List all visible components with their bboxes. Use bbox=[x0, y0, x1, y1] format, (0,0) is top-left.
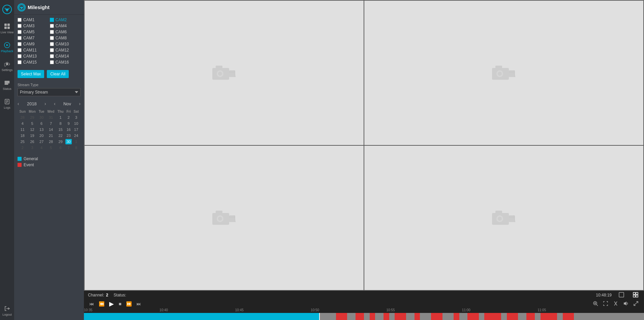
cal-day[interactable]: 30 bbox=[37, 115, 45, 120]
year-next-button[interactable]: › bbox=[44, 101, 46, 106]
camera-item-cam7[interactable]: CAM7 bbox=[18, 36, 49, 40]
cal-day[interactable]: 21 bbox=[46, 133, 56, 138]
camera-checkbox-cam11[interactable] bbox=[18, 48, 22, 52]
cal-day[interactable]: 19 bbox=[28, 133, 37, 138]
timeline-bar[interactable] bbox=[84, 313, 644, 320]
play-button[interactable]: ▶ bbox=[108, 299, 115, 308]
clear-all-button[interactable]: Clear All bbox=[47, 70, 69, 78]
cal-day[interactable]: 31 bbox=[46, 115, 56, 120]
camera-item-cam16[interactable]: CAM16 bbox=[50, 60, 81, 65]
camera-checkbox-cam7[interactable] bbox=[18, 36, 22, 40]
camera-checkbox-cam4[interactable] bbox=[50, 24, 54, 28]
cal-day[interactable]: 29 bbox=[56, 139, 65, 144]
camera-checkbox-cam9[interactable] bbox=[18, 42, 22, 46]
cal-day[interactable]: 20 bbox=[37, 133, 45, 138]
cal-day[interactable]: 10 bbox=[72, 121, 80, 126]
camera-item-cam11[interactable]: CAM11 bbox=[18, 48, 49, 52]
cal-day[interactable]: 9 bbox=[65, 121, 72, 126]
step-forward-button[interactable]: ⏩ bbox=[125, 300, 133, 307]
camera-checkbox-cam5[interactable] bbox=[18, 30, 22, 34]
cal-day[interactable]: 16 bbox=[65, 127, 72, 132]
sidebar-item-playback[interactable]: Playback bbox=[0, 38, 14, 57]
camera-checkbox-cam8[interactable] bbox=[50, 36, 54, 40]
camera-item-cam15[interactable]: CAM15 bbox=[18, 60, 49, 65]
cut-button[interactable] bbox=[612, 300, 620, 308]
sidebar-item-logout[interactable]: Logout bbox=[0, 301, 14, 320]
camera-item-cam8[interactable]: CAM8 bbox=[50, 36, 81, 40]
cal-day[interactable]: 4 bbox=[37, 145, 45, 150]
year-prev-button[interactable]: ‹ bbox=[18, 101, 19, 106]
timeline-container[interactable]: 10:35 10:40 10:45 10:50 10:55 11:00 11:0… bbox=[84, 308, 644, 320]
sidebar-item-live-view[interactable]: Live View bbox=[0, 19, 14, 38]
cal-day[interactable]: 22 bbox=[56, 133, 65, 138]
cal-day[interactable]: 28 bbox=[18, 115, 27, 120]
camera-item-cam5[interactable]: CAM5 bbox=[18, 30, 49, 34]
month-next-button[interactable]: › bbox=[79, 101, 81, 106]
cal-day[interactable]: 24 bbox=[72, 133, 80, 138]
cal-day[interactable]: 2 bbox=[18, 145, 27, 150]
cal-day[interactable]: 12 bbox=[28, 127, 37, 132]
step-back-button[interactable]: ⏪ bbox=[97, 300, 106, 307]
sidebar-item-settings[interactable]: Settings bbox=[0, 57, 14, 75]
zoom-in-timeline-button[interactable] bbox=[591, 300, 600, 308]
cal-day[interactable]: 18 bbox=[18, 133, 27, 138]
cal-day[interactable]: 7 bbox=[65, 145, 72, 150]
camera-item-cam14[interactable]: CAM14 bbox=[50, 54, 81, 59]
camera-checkbox-cam13[interactable] bbox=[18, 54, 22, 58]
cal-day[interactable]: 1 bbox=[72, 139, 80, 144]
cal-day[interactable]: 6 bbox=[56, 145, 65, 150]
camera-item-cam6[interactable]: CAM6 bbox=[50, 30, 81, 34]
camera-item-cam12[interactable]: CAM12 bbox=[50, 48, 81, 52]
camera-item-cam10[interactable]: CAM10 bbox=[50, 42, 81, 46]
grid-view-button[interactable] bbox=[631, 291, 640, 299]
cal-day[interactable]: 8 bbox=[72, 145, 80, 150]
cal-day[interactable]: 5 bbox=[28, 121, 37, 126]
cal-day[interactable]: 7 bbox=[46, 121, 56, 126]
cal-day[interactable]: 17 bbox=[72, 127, 80, 132]
camera-item-cam9[interactable]: CAM9 bbox=[18, 42, 49, 46]
skip-to-start-button[interactable]: ⏮ bbox=[88, 300, 95, 307]
single-view-button[interactable] bbox=[617, 291, 626, 299]
fullscreen-button[interactable] bbox=[602, 300, 610, 308]
camera-item-cam3[interactable]: CAM3 bbox=[18, 24, 49, 28]
camera-checkbox-cam12[interactable] bbox=[50, 48, 54, 52]
camera-item-cam2[interactable]: CAM2 bbox=[50, 17, 81, 22]
camera-item-cam4[interactable]: CAM4 bbox=[50, 24, 81, 28]
camera-checkbox-cam10[interactable] bbox=[50, 42, 54, 46]
cal-day[interactable]: 5 bbox=[46, 145, 56, 150]
camera-checkbox-cam15[interactable] bbox=[18, 60, 22, 64]
cal-day[interactable]: 26 bbox=[28, 139, 37, 144]
cal-day[interactable]: 15 bbox=[56, 127, 65, 132]
camera-checkbox-cam6[interactable] bbox=[50, 30, 54, 34]
cal-day[interactable]: 8 bbox=[56, 121, 65, 126]
cal-day[interactable]: 25 bbox=[18, 139, 27, 144]
stream-type-select[interactable]: Primary Stream Secondary Stream bbox=[18, 88, 81, 96]
camera-checkbox-cam16[interactable] bbox=[50, 60, 54, 64]
audio-button[interactable] bbox=[622, 300, 630, 308]
cal-day[interactable]: 1 bbox=[56, 115, 65, 120]
cal-day[interactable]: 11 bbox=[18, 127, 27, 132]
skip-to-end-button[interactable]: ⏭ bbox=[135, 300, 143, 307]
cal-day[interactable]: 27 bbox=[37, 139, 45, 144]
sidebar-item-logs[interactable]: Logs bbox=[0, 94, 14, 113]
cal-day[interactable]: 3 bbox=[72, 115, 80, 120]
cal-day-selected[interactable]: 30 bbox=[65, 139, 72, 144]
camera-checkbox-cam14[interactable] bbox=[50, 54, 54, 58]
select-max-button[interactable]: Select Max bbox=[18, 70, 44, 78]
sidebar-item-status[interactable]: Status bbox=[0, 75, 14, 94]
cal-day[interactable]: 23 bbox=[65, 133, 72, 138]
camera-item-cam1[interactable]: CAM1 bbox=[18, 17, 49, 22]
cal-day[interactable]: 28 bbox=[46, 139, 56, 144]
cal-day[interactable]: 2 bbox=[65, 115, 72, 120]
camera-item-cam13[interactable]: CAM13 bbox=[18, 54, 49, 59]
expand-button[interactable] bbox=[632, 300, 640, 308]
camera-checkbox-cam3[interactable] bbox=[18, 24, 22, 28]
month-prev-button[interactable]: ‹ bbox=[54, 101, 56, 106]
stop-button[interactable]: ■ bbox=[117, 300, 123, 307]
cal-day[interactable]: 3 bbox=[28, 145, 37, 150]
cal-day[interactable]: 4 bbox=[18, 121, 27, 126]
cal-day[interactable]: 14 bbox=[46, 127, 56, 132]
cal-day[interactable]: 29 bbox=[28, 115, 37, 120]
cal-day[interactable]: 6 bbox=[37, 121, 45, 126]
cal-day[interactable]: 13 bbox=[37, 127, 45, 132]
